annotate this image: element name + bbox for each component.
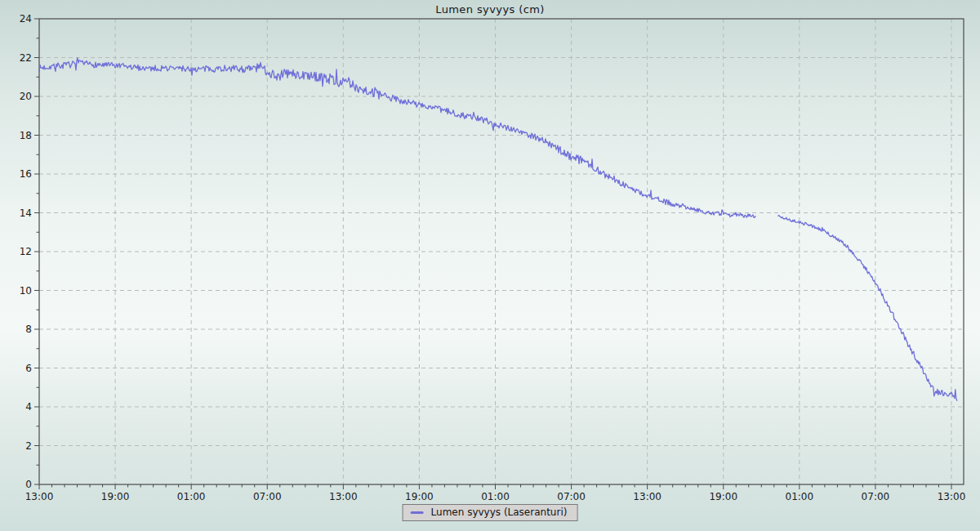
svg-text:01:00: 01:00 [177,491,206,502]
legend: Lumen syvyys (Laseranturi) [403,504,578,521]
svg-text:07:00: 07:00 [253,491,282,502]
svg-text:2: 2 [25,440,32,452]
svg-text:24: 24 [20,13,32,25]
svg-text:01:00: 01:00 [481,491,510,502]
svg-text:14: 14 [20,207,32,219]
svg-text:13:00: 13:00 [938,491,966,502]
svg-text:13:00: 13:00 [633,491,662,502]
chart-canvas: 13:0019:0001:0007:0013:0019:0001:0007:00… [0,0,980,531]
svg-text:18: 18 [20,130,32,141]
svg-text:13:00: 13:00 [329,491,358,502]
legend-series-label: Lumen syvyys (Laseranturi) [431,506,568,519]
svg-text:01:00: 01:00 [786,491,814,502]
legend-line-marker [411,511,424,514]
svg-text:4: 4 [25,401,32,413]
svg-text:16: 16 [20,168,32,180]
svg-text:07:00: 07:00 [557,491,586,502]
svg-text:07:00: 07:00 [862,491,890,502]
svg-text:19:00: 19:00 [101,491,130,502]
svg-text:6: 6 [25,363,32,374]
svg-text:19:00: 19:00 [709,491,737,502]
svg-text:22: 22 [20,52,32,64]
svg-text:0: 0 [25,479,32,490]
svg-text:10: 10 [20,285,32,297]
svg-text:12: 12 [20,246,32,257]
svg-text:8: 8 [25,324,32,335]
svg-text:20: 20 [20,91,32,102]
svg-text:19:00: 19:00 [405,491,434,502]
svg-text:13:00: 13:00 [25,491,54,502]
chart-window: { "chart_data": { "type": "line", "title… [0,0,980,531]
